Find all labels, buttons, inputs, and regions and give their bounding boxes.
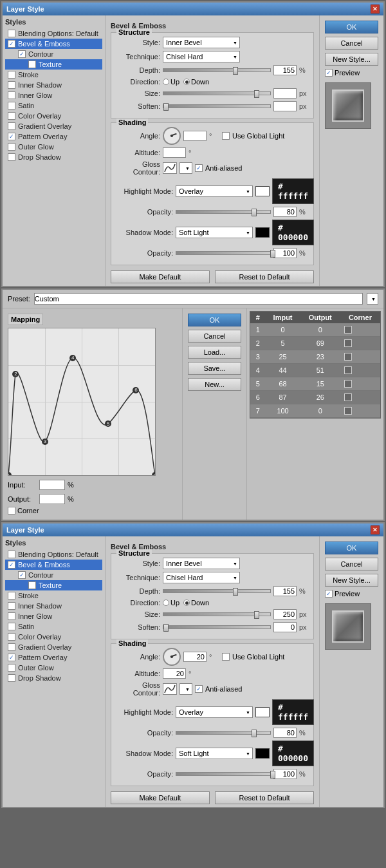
soften-slider-thumb[interactable] <box>163 103 169 111</box>
highlight-opacity-thumb[interactable] <box>252 209 257 216</box>
ok-button-1[interactable]: OK <box>325 21 378 33</box>
sidebar2-item-satin[interactable]: Satin <box>5 621 102 632</box>
make-default-button-2[interactable]: Make Default <box>111 791 210 804</box>
checkbox-color-overlay[interactable] <box>8 112 15 120</box>
direction-down[interactable]: Down <box>183 78 209 86</box>
s2-direction-down[interactable]: Down <box>183 599 209 607</box>
reset-to-default-button-2[interactable]: Reset to Default <box>215 791 314 804</box>
sidebar-item-bevel[interactable]: Bevel & Emboss <box>5 39 102 49</box>
s2-technique-dropdown[interactable]: Chisel Hard <box>163 572 240 583</box>
sidebar-item-satin[interactable]: Satin <box>5 100 102 111</box>
corner-check-5[interactable] <box>344 380 352 388</box>
s2-size-slider[interactable] <box>163 612 271 616</box>
direction-up[interactable]: Up <box>163 78 179 86</box>
checkbox-contour[interactable] <box>18 50 26 58</box>
s2-radio-up[interactable] <box>163 599 169 606</box>
preset-input[interactable] <box>34 293 363 305</box>
radio-up[interactable] <box>163 79 169 85</box>
checkbox-inner-shadow[interactable] <box>8 81 15 89</box>
cancel-button-2[interactable]: Cancel <box>325 558 378 571</box>
technique-dropdown[interactable]: Chisel Hard <box>163 51 240 62</box>
sidebar-item-pattern-overlay[interactable]: Pattern Overlay <box>5 131 102 142</box>
checkbox-pattern-overlay[interactable] <box>8 133 15 140</box>
s2-checkbox-inner-glow[interactable] <box>8 612 15 620</box>
s2-checkbox-satin[interactable] <box>8 623 15 630</box>
size-slider[interactable] <box>163 91 271 95</box>
radio-down[interactable] <box>183 79 190 85</box>
s2-gloss-contour-preview[interactable] <box>163 683 177 695</box>
shadow-mode-dropdown[interactable]: Soft Light <box>176 227 253 238</box>
s2-highlight-color-swatch[interactable] <box>255 707 270 717</box>
s2-shadow-opacity-slider[interactable] <box>176 772 271 776</box>
sidebar-item-inner-glow[interactable]: Inner Glow <box>5 90 102 100</box>
s2-shadow-color-swatch[interactable] <box>255 748 270 759</box>
s2-soften-slider[interactable] <box>163 625 271 629</box>
s2-checkbox-pattern-overlay[interactable] <box>8 654 15 661</box>
corner-check-6[interactable] <box>344 393 352 401</box>
s2-depth-thumb[interactable] <box>233 588 238 596</box>
s2-radio-down[interactable] <box>183 599 190 606</box>
sidebar-item-inner-shadow[interactable]: Inner Shadow <box>5 80 102 90</box>
size-input[interactable]: 250 <box>273 88 297 99</box>
sidebar2-item-pattern-overlay[interactable]: Pattern Overlay <box>5 652 102 663</box>
close-button-2[interactable]: ✕ <box>371 525 380 534</box>
checkbox-texture[interactable] <box>28 61 36 68</box>
corner-check-7[interactable] <box>344 407 352 415</box>
sidebar-item-color-overlay[interactable]: Color Overlay <box>5 111 102 121</box>
altitude-input[interactable]: 20 <box>163 147 186 158</box>
soften-input[interactable]: 0 <box>273 101 297 111</box>
s2-checkbox-outer-glow[interactable] <box>8 664 15 672</box>
sidebar2-item-stroke[interactable]: Stroke <box>5 590 102 601</box>
preview-checkbox-2[interactable] <box>325 590 333 598</box>
point-3[interactable]: 3 <box>42 439 48 445</box>
cancel-button-contour[interactable]: Cancel <box>188 330 241 343</box>
highlight-mode-dropdown[interactable]: Overlay <box>176 185 253 197</box>
s2-size-input[interactable] <box>273 609 297 619</box>
shadow-color-swatch[interactable] <box>255 227 270 238</box>
s2-checkbox-stroke[interactable] <box>8 592 15 599</box>
checkbox-outer-glow[interactable] <box>8 143 15 151</box>
s2-checkbox-bevel[interactable] <box>8 561 15 569</box>
s2-direction-up[interactable]: Up <box>163 599 179 607</box>
checkbox-blending[interactable] <box>8 30 15 37</box>
sidebar-item-texture[interactable]: Texture <box>5 59 102 70</box>
sidebar-item-stroke[interactable]: Stroke <box>5 70 102 80</box>
sidebar2-item-bevel[interactable]: Bevel & Emboss <box>5 560 102 570</box>
cancel-button-1[interactable]: Cancel <box>325 37 378 50</box>
s2-highlight-mode-dropdown[interactable]: Overlay <box>176 706 253 718</box>
global-light-checkbox[interactable] <box>222 132 230 140</box>
highlight-opacity-input[interactable] <box>273 207 297 217</box>
highlight-color-swatch[interactable] <box>255 186 270 196</box>
s2-highlight-opacity-slider[interactable] <box>176 731 271 735</box>
ok-button-contour[interactable]: OK <box>188 314 241 326</box>
point-6[interactable]: 6 <box>133 387 139 393</box>
sidebar-item-outer-glow[interactable]: Outer Glow <box>5 142 102 152</box>
s2-size-thumb[interactable] <box>254 611 259 619</box>
sidebar2-item-inner-glow[interactable]: Inner Glow <box>5 611 102 621</box>
s2-anti-aliased-checkbox[interactable] <box>195 685 203 693</box>
new-button[interactable]: New... <box>188 378 241 391</box>
size-slider-thumb[interactable] <box>254 90 259 98</box>
load-button[interactable]: Load... <box>188 346 241 359</box>
sidebar2-item-outer-glow[interactable]: Outer Glow <box>5 663 102 673</box>
s2-angle-wheel[interactable] <box>163 648 181 666</box>
angle-input[interactable]: 20 <box>183 131 207 141</box>
s2-altitude-input[interactable] <box>163 668 186 679</box>
checkbox-inner-glow[interactable] <box>8 91 15 99</box>
s2-soften-input[interactable] <box>273 622 297 632</box>
s2-checkbox-inner-shadow[interactable] <box>8 602 15 610</box>
corner-checkbox[interactable] <box>8 507 15 514</box>
s2-depth-input[interactable] <box>273 586 297 596</box>
anti-aliased-checkbox[interactable] <box>195 164 203 172</box>
depth-input[interactable]: 155 <box>273 65 297 75</box>
ok-button-2[interactable]: OK <box>325 542 378 554</box>
mapping-grid[interactable]: 1 2 3 4 5 6 7 <box>8 328 156 476</box>
corner-check-2[interactable] <box>344 339 352 347</box>
new-style-button-2[interactable]: New Style... <box>325 574 378 587</box>
save-button[interactable]: Save... <box>188 362 241 375</box>
s2-checkbox-drop-shadow[interactable] <box>8 674 15 682</box>
s2-angle-input[interactable] <box>183 652 207 662</box>
s2-checkbox-color-overlay[interactable] <box>8 633 15 641</box>
make-default-button[interactable]: Make Default <box>111 270 210 283</box>
preview-checkbox-1[interactable] <box>325 69 333 77</box>
